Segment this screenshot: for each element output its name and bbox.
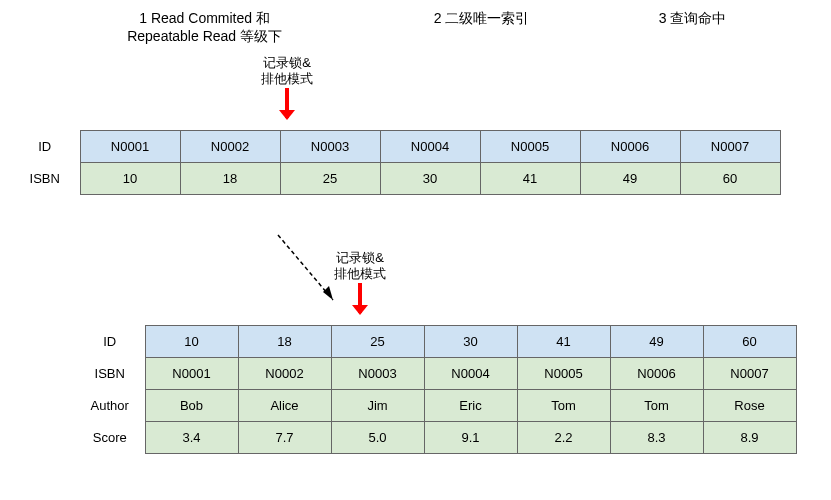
lock-annotation-2-line1: 记录锁& xyxy=(325,250,395,266)
table2-isbn-cell: N0006 xyxy=(610,358,703,390)
table2-author-cell: Bob xyxy=(145,390,238,422)
table2-score-cell: 7.7 xyxy=(238,422,331,454)
table1-id-cell: N0004 xyxy=(380,131,480,163)
table2-isbn-cell: N0001 xyxy=(145,358,238,390)
table2-author-cell: Tom xyxy=(517,390,610,422)
table2-id-cell: 18 xyxy=(238,326,331,358)
table2-score-cell: 3.4 xyxy=(145,422,238,454)
arrow-down-icon xyxy=(358,283,362,313)
header-3: 3 查询命中 xyxy=(659,10,727,46)
table2-id-row: ID 10 18 25 30 41 49 60 xyxy=(85,326,796,358)
lock-annotation-2: 记录锁& 排他模式 xyxy=(325,250,395,313)
table2-author-row: Author Bob Alice Jim Eric Tom Tom Rose xyxy=(85,390,796,422)
table2-author-cell: Jim xyxy=(331,390,424,422)
lock-annotation-2-line2: 排他模式 xyxy=(325,266,395,282)
table2-id-label: ID xyxy=(85,326,145,358)
table2-isbn-cell: N0002 xyxy=(238,358,331,390)
table1-id-label: ID xyxy=(20,131,80,163)
table2-isbn-cell: N0003 xyxy=(331,358,424,390)
table2-score-cell: 5.0 xyxy=(331,422,424,454)
table1-isbn-cell: 41 xyxy=(480,163,580,195)
table2-isbn-label: ISBN xyxy=(85,358,145,390)
table2-author-label: Author xyxy=(85,390,145,422)
table1-id-cell: N0005 xyxy=(480,131,580,163)
table2-author-cell: Rose xyxy=(703,390,796,422)
table1-id-cell: N0002 xyxy=(180,131,280,163)
table2-isbn-cell: N0005 xyxy=(517,358,610,390)
table1-isbn-cell: 49 xyxy=(580,163,680,195)
table2-author-cell: Alice xyxy=(238,390,331,422)
lock-annotation-1-line1: 记录锁& xyxy=(252,55,322,71)
table2-isbn-cell: N0004 xyxy=(424,358,517,390)
table1-id-cell: N0006 xyxy=(580,131,680,163)
table2-id-cell: 10 xyxy=(145,326,238,358)
header-1: 1 Read Commited 和 Repeatable Read 等级下 xyxy=(105,10,305,46)
arrow-down-icon xyxy=(285,88,289,118)
table1-id-cell: N0001 xyxy=(80,131,180,163)
table1-id-cell: N0003 xyxy=(280,131,380,163)
lock-annotation-1-line2: 排他模式 xyxy=(252,71,322,87)
table1-isbn-cell: 25 xyxy=(280,163,380,195)
table2-id-cell: 25 xyxy=(331,326,424,358)
table2-isbn-cell: N0007 xyxy=(703,358,796,390)
table1-isbn-cell: 18 xyxy=(180,163,280,195)
table2-id-cell: 60 xyxy=(703,326,796,358)
table2-score-cell: 8.9 xyxy=(703,422,796,454)
primary-table: ID 10 18 25 30 41 49 60 ISBN N0001 N0002… xyxy=(85,325,797,454)
table1-isbn-row: ISBN 10 18 25 30 41 49 60 xyxy=(20,163,780,195)
condition-headers: 1 Read Commited 和 Repeatable Read 等级下 2 … xyxy=(0,0,831,46)
table2-score-row: Score 3.4 7.7 5.0 9.1 2.2 8.3 8.9 xyxy=(85,422,796,454)
table2-id-cell: 49 xyxy=(610,326,703,358)
table1-id-row: ID N0001 N0002 N0003 N0004 N0005 N0006 N… xyxy=(20,131,780,163)
table2-score-cell: 2.2 xyxy=(517,422,610,454)
table2-score-label: Score xyxy=(85,422,145,454)
table1-id-cell: N0007 xyxy=(680,131,780,163)
table2-author-cell: Tom xyxy=(610,390,703,422)
lock-annotation-1: 记录锁& 排他模式 xyxy=(252,55,322,118)
table2-isbn-row: ISBN N0001 N0002 N0003 N0004 N0005 N0006… xyxy=(85,358,796,390)
table1-isbn-label: ISBN xyxy=(20,163,80,195)
header-2: 2 二级唯一索引 xyxy=(434,10,530,46)
table2-score-cell: 9.1 xyxy=(424,422,517,454)
table2-author-cell: Eric xyxy=(424,390,517,422)
table2-score-cell: 8.3 xyxy=(610,422,703,454)
table2-id-cell: 30 xyxy=(424,326,517,358)
table1-isbn-cell: 30 xyxy=(380,163,480,195)
table1-isbn-cell: 60 xyxy=(680,163,780,195)
secondary-index-table: ID N0001 N0002 N0003 N0004 N0005 N0006 N… xyxy=(20,130,781,195)
table2-id-cell: 41 xyxy=(517,326,610,358)
table1-isbn-cell: 10 xyxy=(80,163,180,195)
